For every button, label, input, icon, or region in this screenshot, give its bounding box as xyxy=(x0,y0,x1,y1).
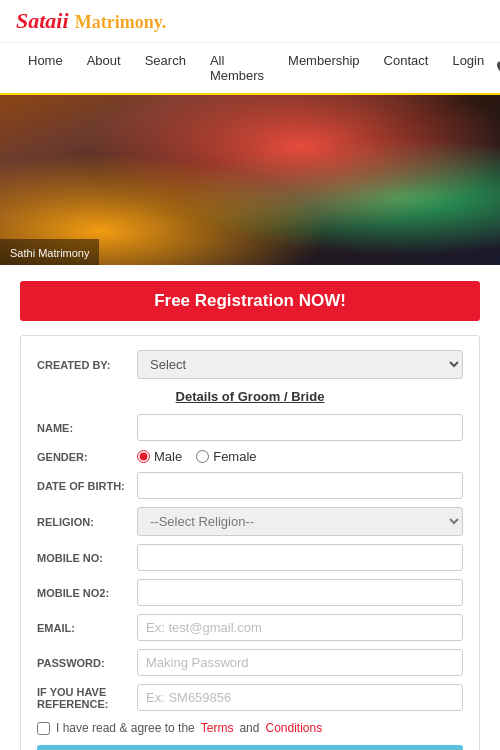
religion-select[interactable]: --Select Religion-- Hindu Muslim Christi… xyxy=(137,507,463,536)
site-logo: Sataii Matrimony. xyxy=(16,8,166,34)
gender-male-radio[interactable] xyxy=(137,450,150,463)
password-input[interactable] xyxy=(137,649,463,676)
nav-login[interactable]: Login xyxy=(440,43,496,78)
conditions-link[interactable]: Conditions xyxy=(265,721,322,735)
nav-search[interactable]: Search xyxy=(133,43,198,78)
religion-row: Religion: --Select Religion-- Hindu Musl… xyxy=(37,507,463,536)
nav-about[interactable]: About xyxy=(75,43,133,78)
reference-row: If You Have Reference: xyxy=(37,684,463,711)
reference-input[interactable] xyxy=(137,684,463,711)
mobile-label: Mobile No: xyxy=(37,552,137,564)
created-by-label: Created By: xyxy=(37,359,137,371)
site-header: Sataii Matrimony. xyxy=(0,0,500,43)
gender-options: Male Female xyxy=(137,449,257,464)
created-by-row: Created By: Select Self Parent Sibling F… xyxy=(37,350,463,379)
name-label: Name: xyxy=(37,422,137,434)
mobile-row: Mobile No: xyxy=(37,544,463,571)
gender-label: Gender: xyxy=(37,451,137,463)
mobile2-label: Mobile No2: xyxy=(37,587,137,599)
nav-home[interactable]: Home xyxy=(16,43,75,78)
reference-label: If You Have Reference: xyxy=(37,686,137,710)
details-heading: Details of Groom / Bride xyxy=(37,389,463,404)
email-row: Email: xyxy=(37,614,463,641)
mobile2-row: Mobile No2: xyxy=(37,579,463,606)
phone-number: 📞 9903500345 xyxy=(496,61,500,76)
terms-text: I have read & agree to the xyxy=(56,721,195,735)
and-text: and xyxy=(239,721,259,735)
name-row: Name: xyxy=(37,414,463,441)
terms-checkbox[interactable] xyxy=(37,722,50,735)
dob-input[interactable] xyxy=(137,472,463,499)
registration-banner: Free Registration NOW! xyxy=(20,281,480,321)
mobile-input[interactable] xyxy=(137,544,463,571)
registration-section: Free Registration NOW! Created By: Selec… xyxy=(0,265,500,750)
password-label: Password: xyxy=(37,657,137,669)
nav-all-members[interactable]: All Members xyxy=(198,43,276,93)
gender-female-radio[interactable] xyxy=(196,450,209,463)
gender-female-option[interactable]: Female xyxy=(196,449,256,464)
name-input[interactable] xyxy=(137,414,463,441)
created-by-select[interactable]: Select Self Parent Sibling Friend xyxy=(137,350,463,379)
registration-form: Created By: Select Self Parent Sibling F… xyxy=(20,335,480,750)
dob-label: Date Of Birth: xyxy=(37,480,137,492)
register-button[interactable]: REGISTER ME xyxy=(37,745,463,750)
nav-contact[interactable]: Contact xyxy=(372,43,441,78)
dob-row: Date Of Birth: xyxy=(37,472,463,499)
password-row: Password: xyxy=(37,649,463,676)
gender-female-label: Female xyxy=(213,449,256,464)
religion-label: Religion: xyxy=(37,516,137,528)
phone-icon: 📞 xyxy=(496,61,500,76)
email-label: Email: xyxy=(37,622,137,634)
terms-link[interactable]: Terms xyxy=(201,721,234,735)
gender-male-option[interactable]: Male xyxy=(137,449,182,464)
mobile2-input[interactable] xyxy=(137,579,463,606)
hero-caption: Sathi Matrimony xyxy=(10,247,89,259)
main-nav: Home About Search All Members Membership… xyxy=(0,43,500,95)
terms-row: I have read & agree to the Terms and Con… xyxy=(37,721,463,735)
logo-matrimony: Matrimony. xyxy=(75,12,167,32)
gender-male-label: Male xyxy=(154,449,182,464)
email-input[interactable] xyxy=(137,614,463,641)
logo-sathi: Sataii xyxy=(16,8,69,33)
hero-image: Sathi Matrimony xyxy=(0,95,500,265)
gender-row: Gender: Male Female xyxy=(37,449,463,464)
nav-membership[interactable]: Membership xyxy=(276,43,372,78)
